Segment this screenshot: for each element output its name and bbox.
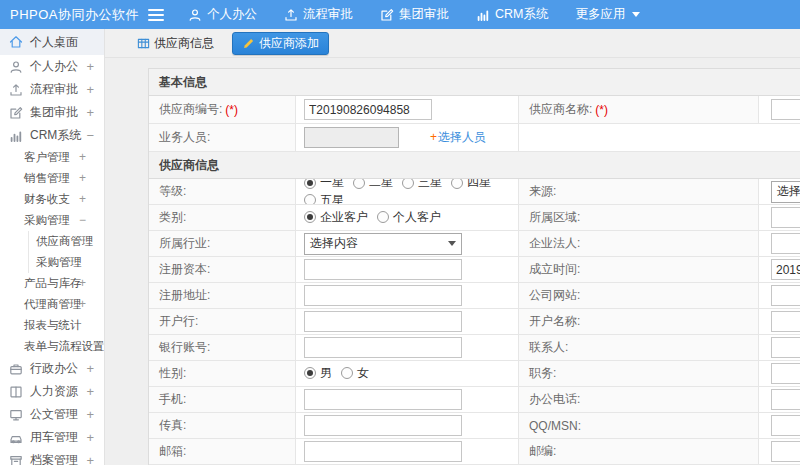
radio-unchecked-icon[interactable] [304,194,316,204]
sidebar-item-product-inventory[interactable]: 产品与库存+ [0,273,104,294]
expand-plus-icon[interactable]: + [79,294,86,315]
radio-unchecked-icon[interactable] [377,211,389,223]
select-dropdown[interactable]: 选择内容 [304,233,462,255]
expand-plus-icon[interactable]: + [86,403,94,426]
sidebar-item-form-flow-settings[interactable]: 表单与流程设置+ [0,336,104,357]
empty-cell [519,124,800,151]
sidebar-item-label: 表单与流程设置 [0,336,105,357]
field-cell [759,205,800,230]
collapse-minus-icon[interactable]: − [86,124,94,147]
sidebar-item-admin-office[interactable]: 行政办公+ [0,357,104,380]
field-label: 开户名称: [529,313,580,330]
picker-readonly-input[interactable] [304,127,399,148]
expand-plus-icon[interactable]: + [86,78,94,101]
expand-plus-icon[interactable]: + [86,55,94,78]
text-input[interactable] [304,311,462,332]
topnav-item-personal-office[interactable]: 个人办公 [188,6,257,23]
radio-option[interactable]: 二星 [353,179,393,191]
text-input[interactable] [771,285,800,306]
field-label-cell: 注册资本: [149,257,296,282]
radio-option[interactable]: 一星 [304,179,344,191]
expand-plus-icon[interactable]: + [86,449,94,465]
radio-unchecked-icon[interactable] [402,179,414,189]
topnav-item-more-apps[interactable]: 更多应用 [575,6,640,23]
radio-option[interactable]: 企业客户 [304,209,368,226]
expand-plus-icon[interactable]: + [79,147,86,168]
radio-option[interactable]: 四星 [451,179,491,191]
text-input[interactable] [771,415,800,436]
text-input[interactable] [771,99,800,120]
select-dropdown[interactable]: 选择内容 [771,181,800,203]
field-label: 公司网站: [529,287,580,304]
text-input[interactable] [304,415,462,436]
radio-unchecked-icon[interactable] [451,179,463,189]
field-label-cell: 传真: [149,413,296,438]
sidebar-item-supplier-mgmt[interactable]: 供应商管理 [0,231,104,252]
text-input[interactable] [771,441,800,462]
sidebar-item-reports-statistics[interactable]: 报表与统计 [0,315,104,336]
expand-plus-icon[interactable]: + [86,426,94,449]
sidebar-item-purchasing-mgmt[interactable]: 采购管理 [0,252,104,273]
text-input[interactable] [304,285,462,306]
expand-plus-icon[interactable]: + [79,273,86,294]
sidebar-item-human-resources[interactable]: 人力资源+ [0,380,104,403]
text-input[interactable] [304,99,432,120]
select-person-link[interactable]: +选择人员 [430,129,486,146]
radio-option[interactable]: 五星 [304,192,344,205]
sidebar-item-crm-system[interactable]: CRM系统− [0,124,104,147]
sidebar-item-vehicle-mgmt[interactable]: 用车管理+ [0,426,104,449]
text-input[interactable] [771,311,800,332]
field-cell [296,309,519,334]
topnav-item-group-approval[interactable]: 集团审批 [380,6,449,23]
expand-plus-icon[interactable]: + [86,101,94,124]
sidebar-item-purchase-mgmt[interactable]: 采购管理− [0,210,104,231]
text-input[interactable] [771,207,800,228]
expand-plus-icon[interactable]: + [86,357,94,380]
radio-option[interactable]: 男 [304,365,332,382]
radio-checked-icon[interactable] [304,211,316,223]
chevron-down-icon [632,12,640,17]
expand-plus-icon[interactable]: + [79,189,86,210]
text-input[interactable] [304,337,462,358]
text-input[interactable] [304,259,462,280]
sidebar-item-group-approval[interactable]: 集团审批+ [0,101,104,124]
sidebar-item-finance-mgmt[interactable]: 财务收支+ [0,189,104,210]
radio-unchecked-icon[interactable] [341,367,353,379]
sidebar-item-sales-mgmt[interactable]: 销售管理+ [0,168,104,189]
radio-unchecked-icon[interactable] [353,179,365,189]
radio-option[interactable]: 女 [341,365,369,382]
tab-supplier-add[interactable]: 供应商添加 [232,32,329,55]
sidebar-item-customer-mgmt[interactable]: 客户管理+ [0,147,104,168]
sidebar-item-personal-office[interactable]: 个人办公+ [0,55,104,78]
radio-option[interactable]: 三星 [402,179,442,191]
text-input[interactable] [771,259,800,280]
text-input[interactable] [771,389,800,410]
sidebar-item-label: 销售管理 [0,168,70,189]
radio-checked-icon[interactable] [304,179,316,189]
expand-plus-icon[interactable]: + [79,168,86,189]
text-input[interactable] [304,441,462,462]
topnav-item-crm-system[interactable]: CRM系统 [476,6,548,23]
topnav-item-workflow-approval[interactable]: 流程审批 [284,6,353,23]
radio-group: 一星二星三星四星五星 [304,179,518,204]
radio-option[interactable]: 个人客户 [377,209,441,226]
expand-plus-icon[interactable]: + [86,380,94,403]
document-icon [9,408,23,422]
sidebar-item-label: 报表与统计 [0,315,82,336]
text-input[interactable] [771,233,800,254]
tab-supplier-info[interactable]: 供应商信息 [133,33,218,54]
collapse-minus-icon[interactable]: − [79,210,86,231]
radio-checked-icon[interactable] [304,367,316,379]
sidebar-item-agent-mgmt[interactable]: 代理商管理+ [0,294,104,315]
sidebar-item-personal-desktop[interactable]: 个人桌面 [0,29,104,55]
field-label: 银行账号: [159,339,210,356]
menu-toggle-icon[interactable] [148,9,164,21]
text-input[interactable] [771,337,800,358]
field-label: 职务: [529,365,556,382]
sidebar-item-archive-mgmt[interactable]: 档案管理+ [0,449,104,465]
text-input[interactable] [304,389,462,410]
tab-label: 供应商添加 [259,35,319,52]
text-input[interactable] [771,363,800,384]
sidebar-item-document-mgmt[interactable]: 公文管理+ [0,403,104,426]
sidebar-item-workflow-approval[interactable]: 流程审批+ [0,78,104,101]
